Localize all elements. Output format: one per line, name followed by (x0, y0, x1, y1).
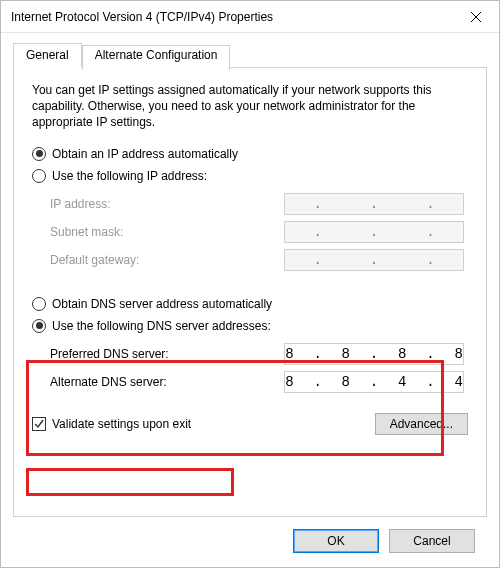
titlebar: Internet Protocol Version 4 (TCP/IPv4) P… (1, 1, 499, 33)
ip-manual-group: IP address: ... Subnet mask: ... Default… (32, 185, 468, 283)
alternate-dns-label: Alternate DNS server: (50, 375, 167, 389)
default-gateway-label: Default gateway: (50, 253, 139, 267)
radio-obtain-dns-auto[interactable]: Obtain DNS server address automatically (32, 297, 468, 311)
checkbox-icon (32, 417, 46, 431)
radio-icon (32, 297, 46, 311)
alternate-dns-field[interactable]: 8. 8. 4. 4 (284, 371, 464, 393)
tab-general-label: General (26, 48, 69, 62)
radio-use-dns-manual[interactable]: Use the following DNS server addresses: (32, 319, 468, 333)
tab-alternate-configuration[interactable]: Alternate Configuration (82, 45, 231, 70)
radio-icon (32, 169, 46, 183)
radio-label: Use the following IP address: (52, 169, 207, 183)
radio-icon (32, 147, 46, 161)
tabstrip: General Alternate Configuration (13, 43, 487, 68)
preferred-dns-label: Preferred DNS server: (50, 347, 169, 361)
dns-manual-group: Preferred DNS server: 8. 8. 8. 8 Alterna… (32, 335, 468, 405)
validate-settings-checkbox[interactable]: Validate settings upon exit (32, 417, 191, 431)
close-button[interactable] (453, 1, 499, 33)
radio-obtain-ip-auto[interactable]: Obtain an IP address automatically (32, 147, 468, 161)
ip-address-field: ... (284, 193, 464, 215)
tab-general[interactable]: General (13, 43, 82, 68)
validate-label: Validate settings upon exit (52, 417, 191, 431)
window-title: Internet Protocol Version 4 (TCP/IPv4) P… (11, 10, 453, 24)
subnet-mask-label: Subnet mask: (50, 225, 123, 239)
radio-use-ip-manual[interactable]: Use the following IP address: (32, 169, 468, 183)
annotation-highlight (26, 468, 234, 496)
cancel-button[interactable]: Cancel (389, 529, 475, 553)
subnet-mask-field: ... (284, 221, 464, 243)
radio-icon (32, 319, 46, 333)
ip-address-label: IP address: (50, 197, 110, 211)
dialog-footer: OK Cancel (13, 517, 487, 553)
default-gateway-field: ... (284, 249, 464, 271)
close-icon (471, 12, 481, 22)
tab-alternate-label: Alternate Configuration (95, 48, 218, 62)
ok-button[interactable]: OK (293, 529, 379, 553)
radio-label: Obtain DNS server address automatically (52, 297, 272, 311)
preferred-dns-field[interactable]: 8. 8. 8. 8 (284, 343, 464, 365)
radio-label: Use the following DNS server addresses: (52, 319, 271, 333)
validate-row: Validate settings upon exit Advanced... (32, 413, 468, 435)
intro-text: You can get IP settings assigned automat… (32, 82, 468, 131)
advanced-button[interactable]: Advanced... (375, 413, 468, 435)
client-area: General Alternate Configuration You can … (1, 33, 499, 567)
general-panel: You can get IP settings assigned automat… (13, 67, 487, 517)
radio-label: Obtain an IP address automatically (52, 147, 238, 161)
ipv4-properties-dialog: Internet Protocol Version 4 (TCP/IPv4) P… (0, 0, 500, 568)
